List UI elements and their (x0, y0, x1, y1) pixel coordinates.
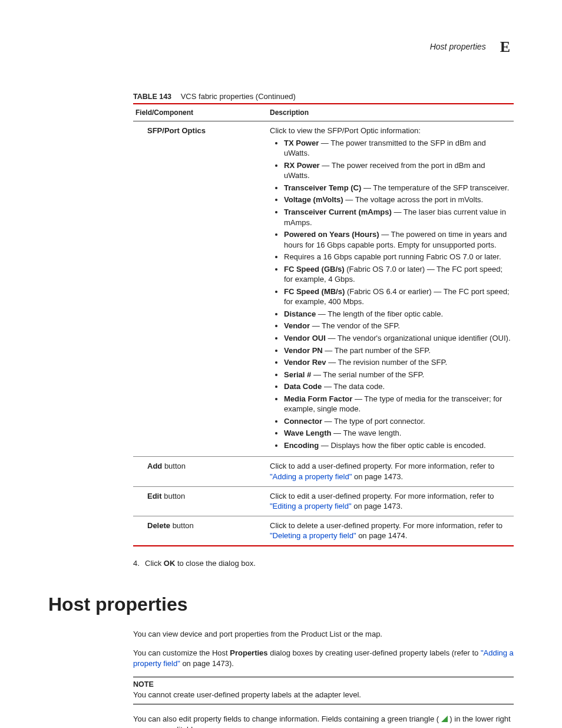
table-header-field: Field/Component (133, 104, 267, 121)
field-name: Add (147, 462, 162, 470)
body-paragraph: You can also edit property fields to cha… (133, 714, 514, 728)
table-row: SFP/Port Optics Click to view the SFP/Po… (133, 121, 514, 457)
list-item: Transceiver Current (mAmps) — The laser … (284, 207, 511, 228)
field-name: Edit (147, 492, 162, 500)
list-item: TX Power — The power transmitted to the … (284, 138, 511, 159)
list-item: Distance — The length of the fiber optic… (284, 309, 511, 319)
page: Host properties E TABLE 143 VCS fabric p… (0, 0, 562, 728)
field-description: Click to edit a user-defined property. F… (267, 486, 514, 516)
list-item: Serial # — The serial number of the SFP. (284, 370, 511, 380)
list-item: Voltage (mVolts) — The voltage across th… (284, 195, 511, 205)
link-adding-property[interactable]: "Adding a property field" (270, 472, 352, 481)
note-block: NOTE You cannot create user-defined prop… (133, 677, 514, 704)
running-header-letter: E (500, 37, 510, 57)
list-item: Vendor Rev — The revision number of the … (284, 357, 511, 368)
body-paragraph: You can customize the Host Properties di… (133, 648, 514, 668)
sfp-bullet-list: TX Power — The power transmitted to the … (284, 138, 511, 451)
body-paragraph: You can view device and port properties … (133, 629, 514, 640)
field-description: Click to add a user-defined property. Fo… (267, 457, 514, 486)
table-number: TABLE 143 (133, 93, 171, 101)
table-title: VCS fabric properties (Continued) (181, 92, 296, 101)
svg-marker-0 (441, 716, 448, 722)
running-header-title: Host properties (430, 41, 486, 52)
properties-table: Field/Component Description SFP/Port Opt… (133, 103, 514, 546)
list-item: Vendor OUI — The vendor's organizational… (284, 333, 511, 344)
list-item: Transceiver Temp (C) — The temperature o… (284, 183, 511, 193)
table-header-desc: Description (267, 104, 514, 121)
field-description: Click to delete a user-defined property.… (267, 516, 514, 546)
list-item: Media Form Factor — The type of media fo… (284, 394, 511, 414)
list-item: Connector — The type of port connector. (284, 416, 511, 427)
list-item: Vendor — The vendor of the SFP. (284, 321, 511, 331)
field-name: Delete (147, 521, 170, 530)
list-item: Wave Length — The wave length. (284, 428, 511, 439)
field-name-rest: button (162, 462, 186, 470)
green-triangle-icon (441, 714, 448, 725)
step-text: Click OK to close the dialog box. (145, 558, 256, 569)
list-item: Data Code — The data code. (284, 381, 511, 392)
sfp-lead-text: Click to view the SFP/Port Optic informa… (270, 126, 511, 136)
table-row: Add button Click to add a user-defined p… (133, 457, 514, 486)
list-item: Encoding — Displays how the fiber optic … (284, 440, 511, 451)
field-name-rest: button (162, 492, 186, 500)
table-row: Edit button Click to edit a user-defined… (133, 486, 514, 516)
list-item: Requires a 16 Gbps capable port running … (284, 252, 511, 262)
table-header-row: Field/Component Description (133, 104, 514, 121)
numbered-step: 4. Click OK to close the dialog box. (133, 558, 514, 569)
table-caption: TABLE 143 VCS fabric properties (Continu… (133, 91, 514, 102)
table-row: Delete button Click to delete a user-def… (133, 516, 514, 546)
field-name-rest: button (170, 521, 194, 530)
running-header: Host properties E (48, 37, 514, 57)
list-item: Powered on Years (Hours) — The powered o… (284, 229, 511, 250)
list-item: FC Speed (GB/s) (Fabric OS 7.0 or later)… (284, 264, 511, 285)
section-heading: Host properties (48, 592, 514, 617)
content-area: TABLE 143 VCS fabric properties (Continu… (133, 91, 514, 728)
field-description: Click to view the SFP/Port Optic informa… (267, 121, 514, 457)
list-item: Vendor PN — The part number of the SFP. (284, 345, 511, 356)
link-editing-property[interactable]: "Editing a property field" (270, 502, 352, 510)
field-name: SFP/Port Optics (147, 126, 206, 135)
note-label: NOTE (133, 680, 514, 690)
step-number: 4. (133, 558, 145, 569)
note-text: You cannot create user-defined property … (133, 690, 514, 700)
link-deleting-property[interactable]: "Deleting a property field" (270, 531, 356, 540)
list-item: RX Power — The power received from the p… (284, 160, 511, 181)
list-item: FC Speed (MB/s) (Fabric OS 6.4 or earlie… (284, 286, 511, 307)
